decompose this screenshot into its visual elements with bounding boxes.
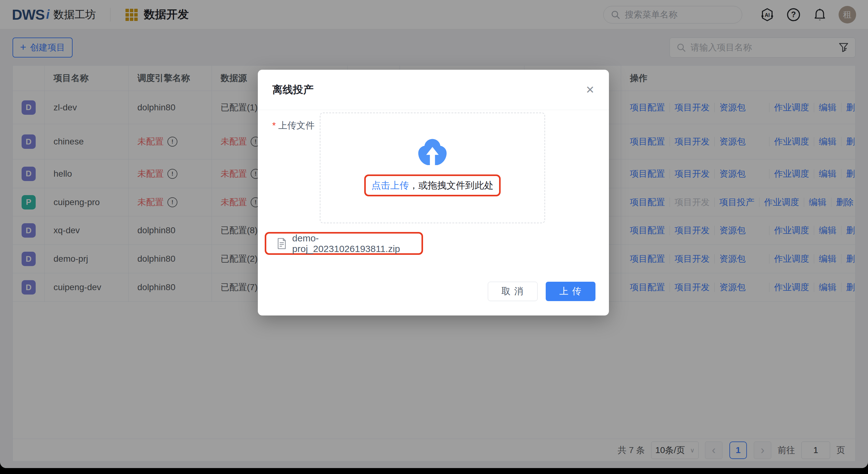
document-icon [277, 238, 287, 249]
cancel-button[interactable]: 取 消 [488, 282, 537, 301]
uploaded-file-item[interactable]: demo-proj_20231026193811.zip [265, 232, 423, 255]
upload-hint-annotation: 点击上传，或拖拽文件到此处 [364, 174, 501, 196]
uploaded-file-name: demo-proj_20231026193811.zip [292, 233, 422, 254]
offline-deploy-dialog: 离线投产 ✕ *上传文件 点击上传，或拖拽文件到此处 [258, 70, 609, 315]
upload-field-label: *上传文件 [272, 120, 314, 132]
upload-dropzone[interactable]: 点击上传，或拖拽文件到此处 [320, 112, 545, 223]
dialog-body: *上传文件 点击上传，或拖拽文件到此处 dem [258, 110, 609, 315]
close-icon[interactable]: ✕ [586, 84, 595, 95]
app-window: DWS i 数据工坊 数据开发 搜索菜单名称 [0, 0, 868, 468]
dialog-header: 离线投产 ✕ [258, 70, 609, 110]
click-to-upload-link[interactable]: 点击上传 [371, 179, 409, 192]
dialog-title: 离线投产 [272, 83, 313, 97]
upload-button[interactable]: 上 传 [546, 282, 595, 301]
required-mark: * [272, 121, 276, 130]
drag-hint-text: ，或拖拽文件到此处 [409, 179, 493, 192]
upload-cloud-icon [414, 138, 451, 168]
